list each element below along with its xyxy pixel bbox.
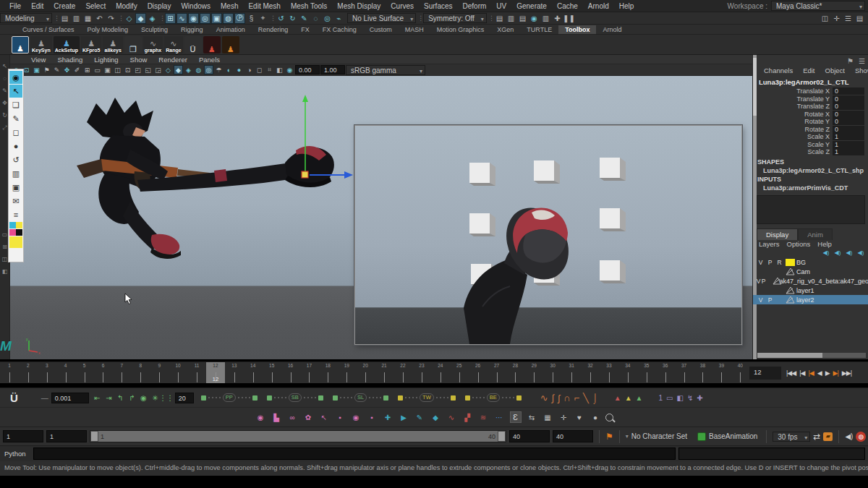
timeline-frame-13[interactable]: 13 [225, 362, 244, 383]
slider-dot[interactable] [480, 397, 481, 398]
render-current-frame-icon[interactable]: ▥ [506, 13, 516, 24]
callout-icon[interactable]: ▭ [665, 394, 674, 402]
menu-arnold[interactable]: Arnold [583, 2, 614, 10]
cursor-icon[interactable]: ↖ [9, 85, 22, 98]
timeline-frame-10[interactable]: 10 [169, 362, 187, 383]
snap-view-plane-icon[interactable]: ▣ [211, 13, 222, 24]
joints-xray-icon[interactable]: ⌗ [265, 65, 274, 74]
attribute-value-field[interactable]: 0 [833, 111, 864, 118]
slider-label[interactable]: TW [420, 393, 434, 402]
timeline-frame-4[interactable]: 4 [56, 362, 75, 383]
slider-dot[interactable] [278, 397, 279, 398]
lock-icon[interactable]: § [246, 13, 257, 24]
range-end-handle[interactable] [498, 431, 506, 442]
slider-end-square[interactable] [383, 395, 388, 401]
slider-dot[interactable] [416, 397, 417, 398]
menu-deform[interactable]: Deform [458, 2, 492, 10]
timeline-frame-3[interactable]: 3 [38, 362, 56, 383]
launch-app-icon[interactable]: ✚ [552, 13, 563, 24]
lean-pose-icon[interactable]: ▶ [399, 412, 409, 423]
shelf-red-rig-button[interactable]: ♟ [203, 36, 221, 53]
symmetry-dropdown[interactable]: Symmetry: Off [423, 13, 487, 23]
timeline-frame-6[interactable]: 6 [94, 362, 113, 383]
undo-icon[interactable]: ↺ [9, 153, 22, 166]
loop-icon[interactable]: ⇄ [813, 432, 820, 442]
slider-end-square[interactable] [201, 395, 206, 401]
color-swatch-large[interactable] [9, 236, 22, 248]
layer-color-swatch[interactable] [786, 259, 795, 266]
slider-dot[interactable] [509, 397, 511, 398]
bookmark-icon[interactable]: ⚑ [42, 65, 51, 74]
animbot-settings-icon[interactable]: ◍ [856, 432, 866, 442]
slider-dot[interactable] [315, 397, 316, 398]
select-component-icon[interactable]: ◈ [147, 13, 158, 24]
blue-ellipsis-icon[interactable]: ⋯ [494, 412, 505, 423]
layer-menu-layers[interactable]: Layers [759, 240, 780, 248]
gate-mask-icon[interactable]: ◫ [113, 65, 122, 74]
timeline-frame-8[interactable]: 8 [131, 362, 150, 383]
layer-row[interactable]: VPlayer2 [753, 295, 868, 304]
green-pose-icon[interactable]: ▲ [634, 394, 644, 402]
slider-dot[interactable] [249, 397, 250, 398]
slider-dot[interactable] [476, 397, 477, 398]
layer-menu-help[interactable]: Help [817, 240, 832, 248]
yellow-pose-icon[interactable]: ▲ [624, 394, 634, 402]
divider[interactable]: ⋮ [417, 14, 422, 22]
animation-start-field[interactable]: 1 [3, 430, 43, 442]
pen-icon[interactable]: ✎ [414, 412, 425, 423]
snap-curve-icon[interactable]: ∿ [176, 13, 187, 24]
slider-end-square[interactable] [451, 395, 456, 401]
shape-node-item[interactable]: Luna3p:legArmor02_L_CTL_shp [763, 167, 864, 174]
power-icon[interactable]: ◉ [138, 393, 149, 403]
dof-icon[interactable]: ◑ [244, 65, 254, 74]
animation-end-field[interactable]: 40 [553, 430, 593, 442]
command-line-input[interactable] [33, 448, 676, 460]
isolate-select-icon[interactable]: ◲ [153, 65, 163, 74]
pencil-icon[interactable]: ✎ [9, 112, 22, 125]
grease-pencil-icon[interactable]: ✐ [72, 65, 82, 74]
floating-camera-window[interactable] [354, 125, 742, 345]
red-curve-icon[interactable]: ∿ [446, 412, 457, 423]
timeline-frame-37[interactable]: 37 [675, 362, 694, 383]
layer-toggle-p[interactable]: P [765, 259, 775, 266]
pose-library-icon[interactable]: ◉ [255, 412, 266, 423]
panel-menu-panels[interactable]: Panels [194, 56, 225, 64]
render-settings-icon[interactable]: ◉ [529, 13, 540, 24]
film-gate-icon[interactable]: ▭ [93, 65, 102, 74]
timeline-frame-12[interactable]: 1212 [206, 362, 225, 383]
channel-box-menu-edit[interactable]: Edit [799, 67, 818, 74]
layer-tab-anim[interactable]: Anim [798, 228, 833, 240]
bookmark-icon[interactable]: ⚑ [605, 432, 613, 442]
menu-edit-mesh[interactable]: Edit Mesh [243, 2, 285, 10]
slider-dot[interactable] [242, 397, 243, 398]
menu-set-dropdown[interactable]: Modeling [0, 13, 52, 23]
slider-dot[interactable] [440, 397, 441, 398]
timeline-frame-33[interactable]: 33 [600, 362, 618, 383]
slider-dot[interactable] [409, 397, 410, 398]
output-connections-icon[interactable]: ↻ [287, 13, 298, 24]
snap-grid-icon[interactable]: ⊞ [165, 13, 176, 24]
clipboard-icon[interactable]: ≡ [9, 208, 22, 221]
slider-dot[interactable] [238, 397, 239, 398]
divider[interactable]: ⋮ [54, 14, 58, 22]
timeline-frame-34[interactable]: 34 [618, 362, 637, 383]
time-slider[interactable]: 1234567891011121213141516171819202122232… [0, 361, 749, 383]
timeline-frame-18[interactable]: 18 [318, 362, 337, 383]
move-layer-up-icon[interactable]: ◀) [822, 249, 830, 256]
menu-create[interactable]: Create [48, 2, 80, 10]
inv-s-curve-icon[interactable]: ʃ [556, 393, 561, 403]
attribute-value-field[interactable]: 0 [833, 95, 864, 103]
slider-end-square[interactable] [398, 395, 403, 401]
layer-row[interactable]: VPRBG [753, 257, 868, 267]
timeline-frame-15[interactable]: 15 [263, 362, 281, 383]
anim-layer-icon[interactable] [697, 432, 706, 441]
animbot-frames-field[interactable]: 20 [175, 393, 194, 403]
modeling-toolkit-icon[interactable]: ◫ [820, 13, 830, 24]
table-icon[interactable]: ▦ [542, 412, 553, 423]
viewport-canvas[interactable]: 5.7 fps y x [10, 76, 752, 359]
key-left-icon[interactable]: ↰ [115, 393, 126, 403]
snap-point-icon[interactable]: ◉ [188, 13, 199, 24]
slider-dot[interactable] [311, 397, 312, 398]
eraser-icon[interactable]: ◻ [9, 126, 22, 139]
fps-dropdown[interactable]: 30 fps [773, 432, 810, 442]
